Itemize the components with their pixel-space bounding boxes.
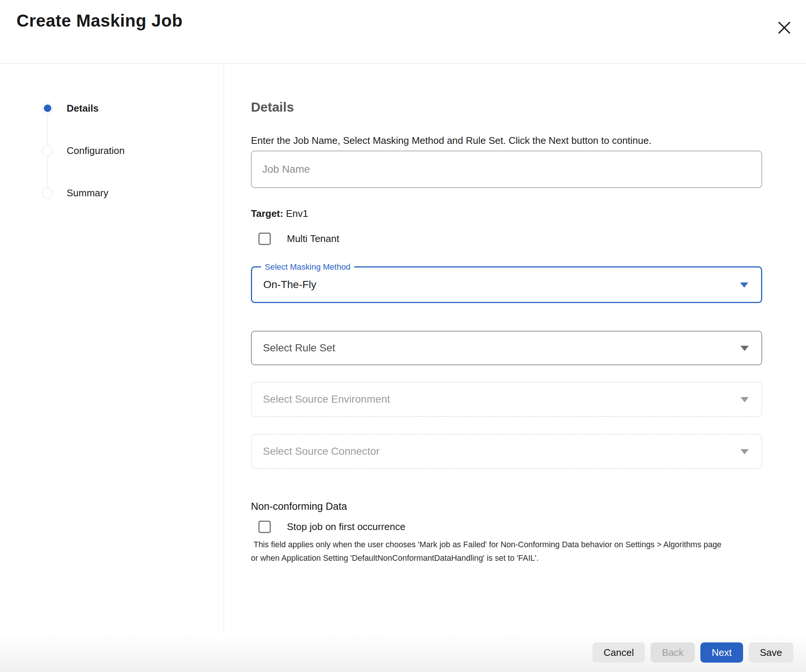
stepper-connector (47, 157, 48, 187)
stepper-step-details[interactable]: Details (42, 102, 99, 114)
chevron-down-icon (740, 449, 749, 454)
chevron-down-icon (740, 282, 748, 288)
step-inactive-dot-icon (42, 145, 53, 156)
step-description: Enter the Job Name, Select Masking Metho… (251, 135, 651, 147)
job-name-input[interactable] (251, 150, 762, 188)
rule-set-select[interactable]: Select Rule Set (251, 331, 762, 365)
stop-job-label: Stop job on first occurrence (287, 521, 406, 533)
stepper-connector (47, 114, 48, 145)
source-connector-placeholder: Select Source Connector (263, 446, 380, 457)
cancel-button[interactable]: Cancel (593, 642, 645, 663)
step-inactive-dot-icon (42, 188, 53, 198)
target-environment-text: Target: Env1 (251, 208, 308, 220)
dialog-header: Create Masking Job (0, 0, 806, 64)
non-conforming-helper-text: This field applies only when the user ch… (251, 538, 721, 565)
create-masking-job-dialog: Create Masking Job Details Configuration… (0, 0, 806, 672)
helper-line-1: This field applies only when the user ch… (251, 538, 721, 551)
masking-method-floating-label: Select Masking Method (261, 261, 354, 273)
save-button[interactable]: Save (749, 642, 793, 663)
stepper-step-summary[interactable]: Summary (42, 187, 108, 199)
masking-method-select[interactable]: Select Masking Method On-The-Fly (251, 266, 762, 303)
chevron-down-icon (740, 346, 749, 351)
dialog-footer: Cancel Back Next Save (0, 633, 806, 672)
page-title: Details (251, 100, 294, 115)
source-connector-select: Select Source Connector (251, 434, 762, 469)
stepper-sidebar: Details Configuration Summary (0, 64, 224, 633)
close-icon (774, 17, 795, 38)
rule-set-placeholder: Select Rule Set (263, 342, 335, 354)
helper-line-2: or when Application Setting 'DefaultNonC… (251, 551, 721, 565)
step-label: Configuration (67, 145, 125, 157)
target-label: Target: (251, 208, 283, 219)
multi-tenant-checkbox-row[interactable]: Multi Tenant (258, 233, 339, 245)
stop-job-checkbox[interactable] (258, 521, 271, 533)
source-environment-placeholder: Select Source Environment (263, 393, 390, 405)
masking-method-value: On-The-Fly (263, 279, 317, 291)
step-active-dot-icon (42, 103, 53, 114)
target-value: Env1 (286, 208, 308, 219)
chevron-down-icon (740, 397, 749, 402)
multi-tenant-checkbox[interactable] (258, 233, 271, 245)
multi-tenant-label: Multi Tenant (287, 233, 339, 244)
stepper-step-configuration[interactable]: Configuration (42, 145, 125, 157)
dialog-title: Create Masking Job (17, 10, 183, 31)
back-button[interactable]: Back (651, 642, 695, 663)
source-environment-select: Select Source Environment (251, 382, 762, 417)
step-label: Details (67, 102, 99, 114)
step-label: Summary (67, 187, 108, 199)
close-button[interactable] (774, 17, 795, 38)
non-conforming-data-heading: Non-conforming Data (251, 501, 347, 512)
next-button[interactable]: Next (700, 642, 743, 663)
stop-job-checkbox-row[interactable]: Stop job on first occurrence (258, 521, 406, 533)
